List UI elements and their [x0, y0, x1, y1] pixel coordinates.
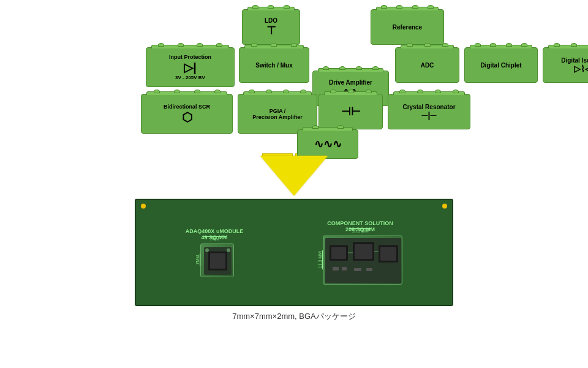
large-height-dim: 11.3 MM	[318, 250, 323, 269]
svg-point-3	[205, 248, 209, 252]
svg-rect-7	[331, 247, 346, 259]
svg-rect-11	[380, 247, 396, 261]
caption: 7mm×7mm×2mm, BGAパッケージ	[232, 311, 356, 322]
pcb-dot-left	[141, 204, 146, 209]
digital-chiplet-block: Digital Chiplet	[464, 47, 538, 83]
reference-block: Reference	[371, 9, 444, 45]
svg-rect-2	[210, 253, 225, 269]
svg-rect-9	[355, 244, 372, 259]
pcb-dot-right	[442, 204, 447, 209]
large-pcb-module	[323, 236, 402, 285]
crystal-resonator-block: Crystal Resonator ─|─	[388, 94, 470, 129]
pcb-container: ADAQ400X uMODULE 49 SQ MM ←7MM→ 7MM	[135, 199, 453, 306]
pcb-left-section: ADAQ400X uMODULE 49 SQ MM ←7MM→ 7MM	[186, 228, 244, 277]
capacitor-block: ⊣⊢	[318, 94, 383, 129]
small-pcb-module	[200, 243, 234, 277]
svg-rect-14	[333, 267, 339, 270]
inductor-block: ∿∿∿	[297, 129, 358, 159]
small-width-dim: ←7MM→	[203, 236, 226, 241]
svg-point-4	[227, 248, 230, 252]
ldo-block: LDO ⊤	[242, 9, 300, 45]
switch-mux-block: Switch / Mux	[239, 47, 309, 83]
pcb-right-section: COMPONENT SOLUTION 206 SQ MM 18.3 MM 11.…	[318, 220, 402, 285]
adc-block: ADC	[395, 47, 459, 83]
blocks-area: LDO ⊤ Reference Input Protection ▷| 3V -…	[55, 9, 533, 150]
svg-rect-16	[354, 268, 361, 271]
digital-isolator-block: Digital Isolator ▷⌇◁	[543, 47, 588, 83]
large-width-dim: 18.3 MM	[349, 228, 371, 233]
bidirectional-scr-block: Bidirectional SCR ⬡	[141, 94, 233, 134]
main-container: LDO ⊤ Reference Input Protection ▷| 3V -…	[0, 0, 588, 368]
arrow-body	[260, 156, 328, 196]
small-height-dim: 7MM	[195, 254, 200, 266]
svg-rect-15	[342, 267, 347, 270]
arrow-container	[260, 153, 328, 196]
input-protection-block: Input Protection ▷| 3V - 205V BV	[146, 47, 235, 87]
svg-rect-17	[366, 268, 372, 271]
